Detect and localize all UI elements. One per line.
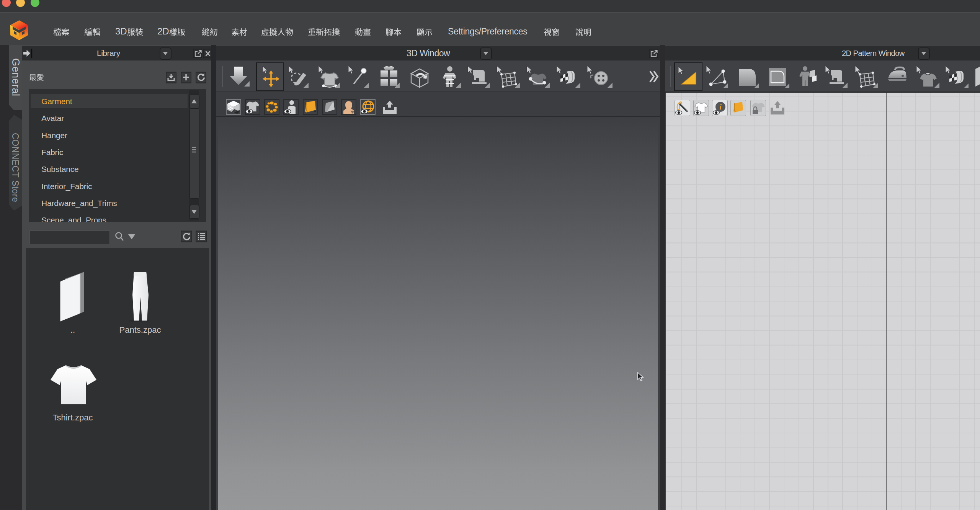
svg-text:i: i [719, 103, 722, 111]
